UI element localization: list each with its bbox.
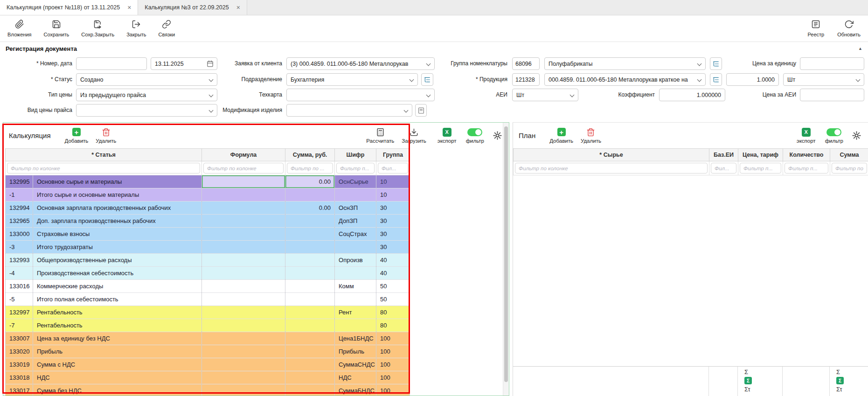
cell-sum[interactable] [285, 358, 335, 371]
sigma-aggregate-icon[interactable]: Σ [836, 377, 844, 384]
filter-quantity-input[interactable] [785, 163, 828, 174]
production-select[interactable]: 000.4859. 011.000-65-180 Металлорукав кр… [544, 73, 706, 86]
nomenclature-group-code-input[interactable] [512, 57, 540, 70]
cell-sum[interactable] [285, 188, 335, 201]
filter-article-input[interactable] [7, 163, 200, 174]
cell-sum[interactable] [285, 254, 335, 267]
cell-group[interactable]: 100 [376, 332, 410, 345]
attachments-button[interactable]: Вложения [7, 20, 32, 37]
table-row[interactable]: -3Итого трудозатраты30 [6, 241, 410, 254]
cell-formula[interactable] [202, 345, 285, 358]
cell-formula[interactable] [202, 254, 285, 267]
cell-id[interactable]: 133017 [6, 384, 33, 396]
refresh-button[interactable]: Обновить [837, 20, 861, 37]
cell-formula[interactable] [202, 201, 285, 215]
cell-id[interactable]: 132965 [6, 215, 33, 228]
cell-sum[interactable] [285, 241, 335, 254]
cell-sum[interactable] [285, 306, 335, 319]
column-header-formula[interactable]: Формула [202, 149, 285, 161]
cell-sum[interactable] [285, 280, 335, 293]
filter-group-input[interactable] [378, 163, 408, 174]
cell-group[interactable]: 30 [376, 215, 410, 228]
cell-group[interactable]: 50 [376, 280, 410, 293]
cell-id[interactable]: 132994 [6, 201, 33, 215]
cell-sum[interactable] [285, 371, 335, 384]
cell-sum[interactable]: 0.00 [285, 175, 335, 188]
delete-row-button[interactable]: Удалить [96, 128, 116, 144]
cell-group[interactable]: 40 [376, 267, 410, 280]
cell-article[interactable]: Итого трудозатраты [33, 241, 202, 254]
cell-sum[interactable] [285, 384, 335, 396]
table-row[interactable]: 132997РентабельностьРент80 [6, 306, 410, 319]
table-row[interactable]: 133019Сумма с НДССуммаСНДС100 [6, 358, 410, 371]
cell-code[interactable] [335, 319, 376, 332]
cell-group[interactable]: 30 [376, 241, 410, 254]
close-icon[interactable]: × [236, 4, 240, 11]
cell-article[interactable]: Рентабельность [33, 319, 202, 332]
cell-group[interactable]: 30 [376, 228, 410, 241]
coefficient-input[interactable] [659, 89, 725, 101]
cell-id[interactable]: -5 [6, 293, 33, 306]
cell-group[interactable]: 100 [376, 371, 410, 384]
table-row[interactable]: 132993Общепроизводственные расходыОпроиз… [6, 254, 410, 267]
tab-doc-n3[interactable]: Калькуляция №3 от 22.09.2025 × [138, 0, 247, 15]
column-header-article[interactable]: * Статья [6, 149, 202, 161]
cell-group[interactable]: 10 [376, 188, 410, 201]
filter-code-input[interactable] [336, 163, 375, 174]
table-row[interactable]: -4Производственная себестоимость40 [6, 267, 410, 280]
production-code-input[interactable] [512, 73, 540, 86]
table-row[interactable]: 133000Страховые взносыСоцСтрах30 [6, 228, 410, 241]
cell-id[interactable]: -1 [6, 188, 33, 201]
links-button[interactable]: Связки [159, 20, 175, 37]
column-header-baseunit[interactable]: Баз.ЕИ [709, 149, 738, 161]
cell-code[interactable]: Прибыль [335, 345, 376, 358]
table-row[interactable]: 132995Основное сырье и материалы0.00ОснС… [6, 175, 410, 188]
price-kind-select[interactable] [76, 104, 217, 117]
cell-code[interactable] [335, 267, 376, 280]
table-row[interactable]: 133018НДСНДС100 [6, 371, 410, 384]
cell-article[interactable]: Общепроизводственные расходы [33, 254, 202, 267]
cell-code[interactable] [335, 241, 376, 254]
cell-id[interactable]: 133000 [6, 228, 33, 241]
settings-gear-button[interactable] [852, 131, 861, 140]
column-header-sum[interactable]: Сумма [830, 149, 868, 161]
table-row[interactable]: 133017Сумма без НДССуммаБНДС100 [6, 384, 410, 396]
cell-id[interactable]: 133020 [6, 345, 33, 358]
cell-group[interactable]: 40 [376, 254, 410, 267]
tab-doc-project118[interactable]: Калькуляция (проект №118) от 13.11.2025 … [0, 0, 138, 15]
table-row[interactable]: 132994Основная зарплата производственных… [6, 201, 410, 215]
cell-group[interactable]: 100 [376, 358, 410, 371]
price-type-select[interactable]: Из предыдущего прайса [76, 89, 217, 101]
cell-article[interactable]: Прибыль [33, 345, 202, 358]
calculate-button[interactable]: Рассчитать [366, 128, 394, 144]
cell-article[interactable]: Сумма с НДС [33, 358, 202, 371]
cell-article[interactable]: Рентабельность [33, 306, 202, 319]
delete-row-button[interactable]: Удалить [581, 128, 601, 144]
cell-code[interactable] [335, 188, 376, 201]
cell-sum[interactable] [285, 267, 335, 280]
cell-sum[interactable] [285, 293, 335, 306]
close-button[interactable]: Закрыть [126, 20, 146, 37]
export-excel-button[interactable]: X экспорт [797, 128, 816, 144]
table-row[interactable]: 132965Доп. зарплата производственных раб… [6, 215, 410, 228]
cell-sum[interactable]: 0.00 [285, 201, 335, 215]
column-header-sum[interactable]: Сумма, руб. [285, 149, 335, 161]
cell-code[interactable]: СоцСтрах [335, 228, 376, 241]
modification-select[interactable] [286, 104, 412, 117]
cell-article[interactable]: Коммерческие расходы [33, 280, 202, 293]
filter-formula-input[interactable] [203, 163, 284, 174]
number-input[interactable] [76, 57, 147, 70]
cell-code[interactable]: СуммаБНДС [335, 384, 376, 396]
cell-code[interactable]: Комм [335, 280, 376, 293]
cell-code[interactable]: Цена1БНДС [335, 332, 376, 345]
cell-code[interactable] [335, 293, 376, 306]
production-qty-input[interactable] [726, 73, 779, 86]
cell-id[interactable]: 133019 [6, 358, 33, 371]
cell-formula[interactable] [202, 293, 285, 306]
cell-group[interactable]: 80 [376, 319, 410, 332]
cell-code[interactable]: ОснЗП [335, 201, 376, 215]
cell-group[interactable]: 80 [376, 306, 410, 319]
cell-id[interactable]: 132997 [6, 306, 33, 319]
department-tree-button[interactable] [421, 73, 433, 86]
date-input[interactable]: 13.11.2025 [151, 57, 217, 70]
